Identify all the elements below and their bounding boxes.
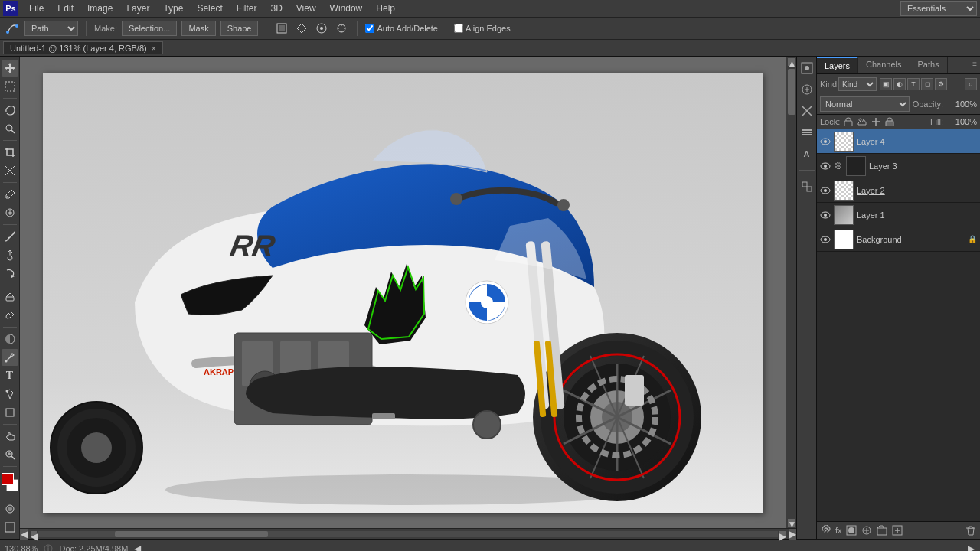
layer-4-visibility[interactable] bbox=[820, 136, 831, 147]
scroll-left-btn[interactable]: ◀ bbox=[20, 529, 28, 540]
vertical-scrollbar[interactable]: ▲ ▼ bbox=[786, 57, 796, 528]
menu-select[interactable]: Select bbox=[191, 2, 228, 15]
lock-transparent-btn[interactable] bbox=[843, 116, 854, 127]
side-icon-1[interactable] bbox=[799, 60, 815, 77]
layer-item-2[interactable]: Layer 2 bbox=[817, 178, 980, 203]
h-scroll-arrow-left[interactable]: ◀ bbox=[31, 531, 37, 537]
layer-filter-dropdown[interactable]: Kind bbox=[838, 77, 877, 91]
color-boxes[interactable] bbox=[0, 473, 20, 496]
auto-add-delete-input[interactable] bbox=[365, 24, 374, 33]
menu-layer[interactable]: Layer bbox=[120, 2, 155, 15]
opacity-value[interactable]: 100% bbox=[946, 99, 977, 109]
scroll-down-btn[interactable]: ▼ bbox=[788, 519, 795, 527]
menu-filter[interactable]: Filter bbox=[230, 2, 263, 15]
layer-group-btn[interactable] bbox=[876, 524, 888, 536]
status-next-btn[interactable]: ▶ bbox=[968, 543, 975, 552]
side-icon-3[interactable] bbox=[799, 103, 815, 119]
clone-stamp-tool[interactable] bbox=[2, 246, 18, 263]
path-tool-dropdown[interactable]: Path bbox=[24, 21, 78, 36]
lock-all-btn[interactable] bbox=[884, 116, 895, 127]
text-tool[interactable]: T bbox=[2, 367, 18, 384]
align-edges-checkbox[interactable]: Align Edges bbox=[454, 24, 511, 33]
filter-smart-icon[interactable]: ⚙ bbox=[935, 78, 947, 90]
scroll-up-btn[interactable]: ▲ bbox=[788, 58, 795, 66]
path-tool-icon[interactable] bbox=[5, 21, 20, 36]
layer-1-visibility[interactable] bbox=[820, 210, 831, 220]
selection-button[interactable]: Selection... bbox=[122, 21, 177, 36]
fill-value[interactable]: 100% bbox=[946, 117, 977, 126]
zoom-tool[interactable] bbox=[2, 446, 18, 463]
hand-tool[interactable] bbox=[2, 428, 18, 445]
move-tool[interactable] bbox=[2, 60, 18, 77]
layer-item-1[interactable]: Layer 1 bbox=[817, 203, 980, 227]
scroll-right-btn[interactable]: ▶ bbox=[789, 529, 796, 540]
layer-mask-btn[interactable] bbox=[845, 524, 858, 536]
panel-options-btn[interactable]: ≡ bbox=[969, 57, 980, 73]
mask-button[interactable]: Mask bbox=[181, 21, 215, 36]
menu-window[interactable]: Window bbox=[324, 2, 369, 15]
canvas-area[interactable]: AKRAPOVIC RR bbox=[20, 57, 786, 528]
auto-add-delete-checkbox[interactable]: Auto Add/Delete bbox=[365, 24, 438, 33]
h-scroll-arrow-right[interactable]: ▶ bbox=[779, 531, 786, 537]
h-scroll-thumb[interactable] bbox=[115, 531, 268, 537]
layer-delete-btn[interactable] bbox=[965, 524, 977, 536]
settings-icon[interactable] bbox=[334, 21, 349, 36]
foreground-color[interactable] bbox=[2, 473, 14, 485]
menu-edit[interactable]: Edit bbox=[51, 2, 80, 15]
layer-item-4[interactable]: Layer 4 bbox=[817, 129, 980, 154]
transform-icon-2[interactable] bbox=[294, 21, 309, 36]
side-icon-6[interactable] bbox=[799, 178, 815, 195]
side-icon-4[interactable] bbox=[799, 124, 815, 141]
transform-icon-3[interactable] bbox=[314, 21, 329, 36]
document-tab[interactable]: Untitled-1 @ 131% (Layer 4, RGB/8) × bbox=[3, 41, 163, 54]
screen-mode[interactable] bbox=[2, 519, 18, 536]
filter-pixel-icon[interactable]: ▣ bbox=[880, 78, 892, 90]
canvas[interactable]: AKRAPOVIC RR bbox=[43, 73, 763, 513]
shape-tool[interactable] bbox=[2, 404, 18, 421]
side-icon-2[interactable] bbox=[799, 81, 815, 98]
blend-mode-dropdown[interactable]: Normal bbox=[820, 96, 910, 112]
lasso-tool[interactable] bbox=[2, 102, 18, 119]
menu-image[interactable]: Image bbox=[81, 2, 119, 15]
layer-adj-btn[interactable] bbox=[861, 524, 873, 536]
filter-toggle[interactable]: ○ bbox=[965, 78, 977, 90]
quick-select-tool[interactable] bbox=[2, 120, 18, 137]
tab-layers[interactable]: Layers bbox=[817, 57, 858, 73]
doc-tab-close[interactable]: × bbox=[152, 44, 156, 53]
marquee-tool[interactable] bbox=[2, 78, 18, 95]
quick-mask-mode[interactable] bbox=[2, 500, 18, 517]
blur-tool[interactable] bbox=[2, 331, 18, 347]
brush-tool[interactable] bbox=[2, 228, 18, 245]
paint-bucket-tool[interactable] bbox=[2, 307, 18, 324]
menu-3d[interactable]: 3D bbox=[264, 2, 288, 15]
shape-button[interactable]: Shape bbox=[220, 21, 259, 36]
layer-fx-btn[interactable]: fx bbox=[835, 526, 842, 535]
status-prev-btn[interactable]: ◀ bbox=[134, 543, 142, 552]
side-icon-5[interactable]: A bbox=[799, 145, 815, 162]
transform-icon-1[interactable] bbox=[274, 21, 289, 36]
filter-type-icon[interactable]: T bbox=[907, 78, 920, 90]
h-scroll-track-bg[interactable] bbox=[38, 531, 778, 537]
healing-tool[interactable] bbox=[2, 204, 18, 221]
tab-paths[interactable]: Paths bbox=[910, 57, 948, 73]
layer-3-visibility[interactable] bbox=[820, 161, 831, 171]
crop-tool[interactable] bbox=[2, 144, 18, 161]
menu-view[interactable]: View bbox=[290, 2, 322, 15]
layer-new-btn[interactable] bbox=[891, 524, 903, 536]
menu-help[interactable]: Help bbox=[370, 2, 401, 15]
workspace-dropdown[interactable]: Essentials bbox=[900, 1, 977, 16]
filter-shape-icon[interactable]: ◻ bbox=[921, 78, 933, 90]
tab-channels[interactable]: Channels bbox=[858, 57, 910, 73]
lock-image-btn[interactable] bbox=[857, 116, 867, 127]
history-brush-tool[interactable] bbox=[2, 265, 18, 282]
layer-item-bg[interactable]: Background 🔒 bbox=[817, 227, 980, 252]
menu-file[interactable]: File bbox=[23, 2, 50, 15]
eraser-tool[interactable] bbox=[2, 289, 18, 305]
v-scroll-thumb[interactable] bbox=[788, 69, 795, 115]
layer-2-visibility[interactable] bbox=[820, 185, 831, 196]
align-edges-input[interactable] bbox=[454, 24, 463, 33]
layer-item-3[interactable]: ⛓ Layer 3 bbox=[817, 154, 980, 178]
lock-position-btn[interactable] bbox=[871, 116, 881, 127]
layer-bg-visibility[interactable] bbox=[820, 234, 831, 245]
filter-adj-icon[interactable]: ◐ bbox=[893, 78, 906, 90]
